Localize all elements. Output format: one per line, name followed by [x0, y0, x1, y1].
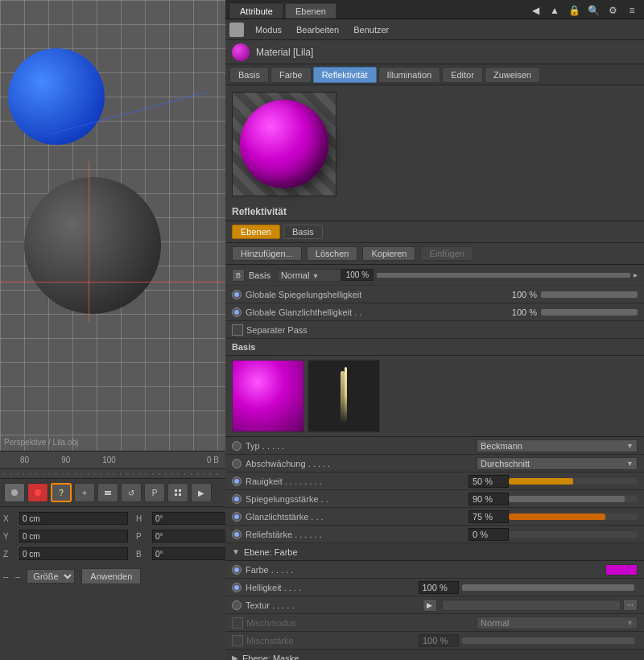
- mischstarke-slider[interactable]: [462, 637, 634, 644]
- helligkeit-label: Helligkeit . . . .: [246, 583, 419, 592]
- subtab-bar: Basis Farbe Reflektivität Illumination E…: [225, 64, 644, 85]
- helligkeit-slider[interactable]: [462, 584, 635, 591]
- help-btn[interactable]: ?: [51, 483, 72, 502]
- video-btn[interactable]: ▶: [191, 483, 212, 502]
- rauigkeit-row: Rauigkeit . . . . . . . .: [225, 472, 644, 490]
- glanzlichtstarke-input[interactable]: [469, 510, 509, 523]
- kopieren-btn[interactable]: Kopieren: [362, 246, 415, 261]
- spiegelungsstarke-slider[interactable]: [509, 496, 638, 502]
- textur-dots-btn[interactable]: ···: [623, 599, 638, 611]
- farbe-radio[interactable]: [232, 565, 242, 575]
- glanz-slider[interactable]: [541, 309, 638, 316]
- spiegelung-radio[interactable]: [232, 290, 242, 299]
- ebenen-tab-ebenen[interactable]: Ebenen: [232, 225, 280, 239]
- glanzlichtstarke-radio[interactable]: [232, 512, 242, 522]
- textur-play-btn[interactable]: ▶: [423, 599, 437, 612]
- svg-rect-5: [179, 489, 181, 492]
- glanz-value: 100 %: [497, 307, 537, 317]
- ebene-farbe-title: Ebene: Farbe: [244, 547, 298, 557]
- helligkeit-radio[interactable]: [232, 583, 242, 592]
- search-icon[interactable]: 🔍: [585, 2, 601, 19]
- ebene-maske-title: Ebene: Maske: [242, 654, 299, 661]
- blend-percent-input[interactable]: [341, 269, 374, 281]
- z-input[interactable]: [19, 547, 128, 560]
- typ-dropdown[interactable]: Beckmann ▼: [477, 439, 638, 452]
- svg-point-1: [35, 489, 41, 496]
- spiegelungsstarke-radio[interactable]: [232, 494, 242, 504]
- typ-label: Typ . . . . .: [246, 441, 477, 451]
- layer-icon: B: [232, 269, 245, 282]
- ebene-maske-arrow: ▶: [232, 654, 238, 660]
- abschwachung-radio[interactable]: [232, 459, 242, 468]
- glanz-radio[interactable]: [232, 307, 242, 317]
- thumb-graph: [308, 360, 380, 432]
- svg-rect-2: [105, 491, 111, 493]
- subtab-reflektivitat[interactable]: Reflektivität: [313, 67, 377, 83]
- textur-radio[interactable]: [232, 600, 242, 610]
- subtab-basis[interactable]: Basis: [229, 67, 269, 83]
- ebene-farbe-arrow: ▼: [232, 547, 240, 556]
- reliefstarke-slider[interactable]: [509, 531, 638, 538]
- mischmodus-checkbox[interactable]: [232, 617, 243, 629]
- rauigkeit-input[interactable]: [469, 475, 509, 488]
- rauigkeit-slider[interactable]: [509, 478, 638, 485]
- subtab-illumination[interactable]: Illumination: [378, 67, 441, 83]
- b-label: B: [136, 550, 152, 559]
- helligkeit-input[interactable]: [419, 581, 459, 594]
- gear-icon[interactable]: ⚙: [605, 2, 621, 19]
- blend-mode-dropdown[interactable]: Normal ▼: [277, 269, 341, 282]
- reliefstarke-input[interactable]: [469, 528, 509, 541]
- abschwachung-dropdown[interactable]: Durchschnitt ▼: [477, 457, 638, 470]
- y-input[interactable]: [19, 530, 128, 542]
- tab-ebenen[interactable]: Ebenen: [285, 3, 336, 19]
- subtab-zuweisen[interactable]: Zuweisen: [485, 67, 540, 83]
- ebenen-tab-basis[interactable]: Basis: [283, 225, 323, 239]
- lock-icon[interactable]: 🔒: [566, 2, 582, 19]
- color-swatch[interactable]: [605, 564, 638, 575]
- subtab-editor[interactable]: Editor: [442, 67, 483, 83]
- record-mode-btn[interactable]: [4, 483, 25, 502]
- tab-attribute[interactable]: Attribute: [229, 3, 283, 19]
- mischstarke-input[interactable]: [419, 634, 459, 647]
- rauigkeit-radio[interactable]: [232, 476, 242, 486]
- z-label: Z: [3, 550, 19, 559]
- blend-slider[interactable]: [377, 273, 630, 278]
- einfugen-btn[interactable]: Einfügen: [420, 246, 473, 261]
- grid-btn[interactable]: [167, 483, 188, 502]
- x-input[interactable]: [19, 512, 128, 525]
- layer-row: B Basis Normal ▼ ▸: [225, 265, 644, 286]
- layer-btn[interactable]: [97, 483, 118, 502]
- apply-button[interactable]: Anwenden: [81, 568, 141, 584]
- menu-benutzer[interactable]: Benutzer: [347, 23, 395, 36]
- menu-bearbeiten[interactable]: Bearbeiten: [290, 23, 345, 36]
- mark-100: 100: [102, 456, 116, 464]
- global-spiegelung-row: Globale Spiegelungshelligkeit 100 %: [225, 286, 644, 303]
- glanzlichtstarke-slider[interactable]: [509, 514, 638, 520]
- mischmodus-dropdown[interactable]: Normal ▼: [477, 617, 638, 629]
- ebene-farbe-section[interactable]: ▼ Ebene: Farbe: [225, 543, 644, 561]
- add-key-btn[interactable]: +: [74, 483, 95, 502]
- spiegelung-slider[interactable]: [541, 291, 638, 298]
- material-header: Material [Lila]: [225, 40, 644, 64]
- size-dropdown-label: --: [3, 572, 9, 581]
- reliefstarke-radio[interactable]: [232, 530, 242, 539]
- transport-bar: ? + ↺ P ▶: [0, 479, 225, 507]
- hinzufugen-btn[interactable]: Hinzufügen...: [232, 246, 302, 261]
- loschen-btn[interactable]: Löschen: [307, 246, 358, 261]
- refresh-btn[interactable]: ↺: [121, 483, 142, 502]
- arrow-right-btn[interactable]: ▲: [547, 2, 563, 19]
- size-select[interactable]: Größe: [27, 569, 75, 584]
- arrow-left-btn[interactable]: ◀: [527, 2, 543, 19]
- typ-radio[interactable]: [232, 441, 242, 451]
- menu-modus[interactable]: Modus: [249, 23, 288, 36]
- layer-expand-arrow[interactable]: ▸: [634, 270, 638, 279]
- spiegelungsstarke-input[interactable]: [469, 493, 509, 505]
- separater-pass-checkbox[interactable]: [232, 324, 243, 336]
- more-icon[interactable]: ≡: [624, 2, 640, 19]
- record-btn[interactable]: [27, 483, 48, 502]
- points-btn[interactable]: P: [144, 483, 165, 502]
- mischstarke-checkbox[interactable]: [232, 635, 243, 646]
- separater-pass-label: Separater Pass: [246, 325, 638, 335]
- ebene-maske-section[interactable]: ▶ Ebene: Maske: [225, 650, 644, 660]
- subtab-farbe[interactable]: Farbe: [270, 67, 312, 83]
